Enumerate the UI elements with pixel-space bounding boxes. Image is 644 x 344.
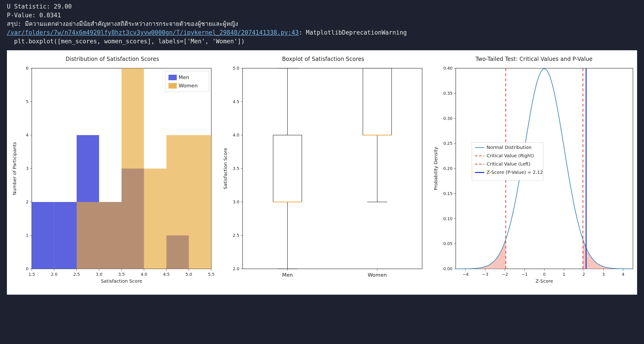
svg-text:−4: −4 — [463, 272, 469, 277]
svg-text:4.0: 4.0 — [233, 133, 239, 137]
svg-text:Number of Participants: Number of Participants — [12, 142, 17, 195]
svg-text:0.30: 0.30 — [443, 116, 452, 121]
stat-p-line: P-Value: 0.0341 — [7, 12, 61, 19]
svg-text:5: 5 — [26, 99, 28, 104]
svg-rect-1 — [32, 202, 54, 269]
console-output: U Statistic: 29.00 P-Value: 0.0341 สรุป:… — [0, 0, 644, 48]
svg-text:1.5: 1.5 — [28, 272, 35, 277]
svg-text:Satisfaction Score: Satisfaction Score — [101, 278, 142, 284]
svg-text:2.0: 2.0 — [51, 272, 58, 277]
svg-text:1: 1 — [26, 233, 28, 238]
svg-text:0.40: 0.40 — [443, 66, 452, 71]
svg-text:Women: Women — [368, 272, 387, 278]
chart-title: Two-Tailed Test: Critical Values and P-V… — [430, 56, 638, 62]
warning-path-link[interactable]: /var/folders/7w/n74x6m4920lfy8hzt3cv3yvw… — [7, 29, 299, 36]
svg-text:4.5: 4.5 — [233, 99, 239, 104]
code-line: plt.boxplot([men_scores, women_scores], … — [7, 38, 245, 45]
svg-text:3.0: 3.0 — [233, 200, 239, 204]
svg-marker-86 — [583, 240, 633, 269]
svg-text:Probability Density: Probability Density — [433, 147, 438, 190]
svg-text:0.05: 0.05 — [443, 241, 452, 246]
svg-text:3.0: 3.0 — [96, 272, 102, 277]
svg-rect-57 — [273, 135, 302, 202]
svg-rect-65 — [363, 68, 392, 135]
svg-rect-48 — [168, 75, 177, 80]
normal-svg: −4−3−2−1012340.000.050.100.150.200.250.3… — [430, 64, 638, 290]
summary-line: สรุป: มีความแตกต่างอย่างมีนัยสำคัญทางสถิ… — [7, 20, 238, 27]
histogram-svg: 1.52.02.53.03.54.04.55.05.50123456Satisf… — [9, 64, 216, 290]
svg-text:Z-Score: Z-Score — [536, 278, 553, 284]
boxplot-svg: MenWomen2.02.53.03.54.04.55.0Satisfactio… — [220, 64, 427, 290]
svg-text:0.00: 0.00 — [443, 266, 452, 271]
svg-text:2: 2 — [582, 272, 585, 277]
svg-text:3: 3 — [26, 166, 28, 171]
svg-rect-7 — [77, 202, 99, 269]
svg-text:4.0: 4.0 — [141, 272, 147, 277]
svg-rect-52 — [242, 68, 422, 269]
svg-rect-10 — [144, 168, 167, 269]
histogram-panel: Distribution of Satisfaction Scores 1.52… — [7, 50, 218, 295]
svg-text:3: 3 — [602, 272, 605, 277]
svg-text:2: 2 — [26, 200, 28, 204]
svg-text:2.5: 2.5 — [74, 272, 80, 277]
svg-text:5.5: 5.5 — [208, 272, 215, 277]
svg-text:Normal Distribution: Normal Distribution — [486, 144, 532, 150]
svg-text:0.15: 0.15 — [443, 191, 452, 196]
svg-text:Men: Men — [282, 272, 293, 278]
chart-title: Boxplot of Satisfaction Scores — [220, 56, 427, 62]
warning-suffix: : MatplotlibDeprecationWarning — [299, 29, 407, 36]
svg-rect-50 — [168, 83, 177, 89]
plots-row: Distribution of Satisfaction Scores 1.52… — [7, 50, 637, 295]
svg-text:6: 6 — [26, 66, 28, 71]
normal-panel: Two-Tailed Test: Critical Values and P-V… — [428, 50, 640, 295]
svg-text:Satisfaction Score: Satisfaction Score — [222, 148, 228, 190]
svg-text:4: 4 — [26, 133, 28, 137]
svg-rect-9 — [122, 68, 144, 269]
svg-text:Z-Score (P-Value) = 2.12: Z-Score (P-Value) = 2.12 — [486, 169, 543, 175]
boxplot-panel: Boxplot of Satisfaction Scores MenWomen2… — [218, 50, 428, 295]
svg-text:5.0: 5.0 — [186, 272, 192, 277]
svg-text:2.5: 2.5 — [233, 233, 239, 238]
svg-text:3.5: 3.5 — [118, 272, 125, 277]
svg-text:0.20: 0.20 — [443, 166, 452, 171]
svg-rect-11 — [166, 135, 189, 269]
stat-u-line: U Statistic: 29.00 — [7, 3, 72, 10]
svg-rect-12 — [189, 135, 212, 269]
svg-text:1: 1 — [563, 272, 565, 277]
svg-text:0: 0 — [543, 272, 546, 277]
svg-text:0.25: 0.25 — [443, 141, 452, 146]
svg-text:Critical Value (Left): Critical Value (Left) — [486, 161, 530, 167]
svg-text:4: 4 — [622, 272, 624, 277]
chart-title: Distribution of Satisfaction Scores — [9, 56, 216, 62]
svg-rect-2 — [54, 202, 77, 269]
svg-rect-47 — [165, 71, 209, 92]
svg-text:2.0: 2.0 — [233, 266, 239, 271]
svg-text:0: 0 — [26, 266, 28, 271]
svg-text:Women: Women — [178, 83, 198, 89]
svg-text:Men: Men — [178, 74, 189, 80]
svg-marker-85 — [456, 240, 506, 269]
svg-text:Critical Value (Right): Critical Value (Right) — [486, 153, 534, 158]
svg-text:−1: −1 — [522, 272, 528, 277]
svg-rect-8 — [99, 202, 122, 269]
svg-text:4.5: 4.5 — [163, 272, 170, 277]
svg-text:3.5: 3.5 — [233, 166, 239, 171]
svg-text:0.35: 0.35 — [443, 91, 452, 96]
svg-text:5.0: 5.0 — [233, 66, 239, 71]
svg-text:−2: −2 — [502, 272, 508, 277]
svg-text:0.10: 0.10 — [443, 216, 452, 221]
svg-text:−3: −3 — [482, 272, 488, 277]
